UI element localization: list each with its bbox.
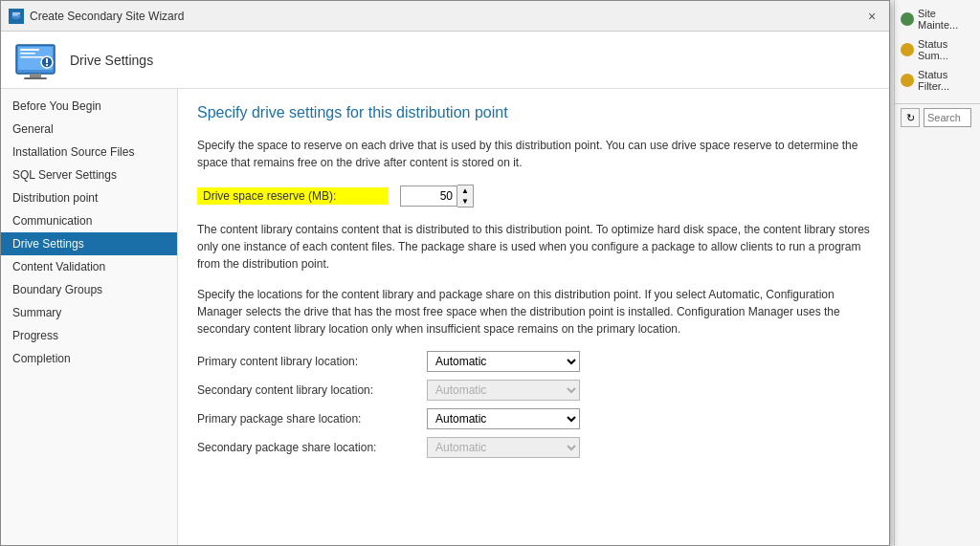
secondary-content-library-row: Secondary content library location: Auto…: [197, 380, 870, 401]
nav-before-you-begin[interactable]: Before You Begin: [1, 95, 177, 118]
nav-distribution-point[interactable]: Distribution point: [1, 186, 177, 209]
right-toolbar: ↻: [895, 103, 980, 131]
drive-space-spinner: ▲ ▼: [457, 185, 474, 207]
dialog-header-title: Drive Settings: [70, 53, 153, 68]
right-panel-items: Site Mainte... Status Sum... Status Filt…: [895, 4, 980, 96]
primary-package-share-label: Primary package share location:: [197, 412, 427, 426]
nav-sql-server-settings[interactable]: SQL Server Settings: [1, 164, 177, 186]
svg-rect-4: [12, 14, 18, 15]
secondary-package-share-select[interactable]: Automatic: [427, 437, 580, 458]
nav-general[interactable]: General: [1, 118, 177, 141]
nav-installation-source-files[interactable]: Installation Source Files: [1, 141, 177, 164]
left-nav: Before You Begin General Installation So…: [1, 89, 178, 545]
svg-rect-9: [20, 49, 39, 51]
main-dialog: Create Secondary Site Wizard × Drive Set…: [0, 0, 890, 546]
svg-rect-13: [46, 58, 48, 63]
nav-content-validation[interactable]: Content Validation: [1, 255, 177, 278]
svg-rect-2: [12, 19, 20, 20]
dialog-body: Before You Begin General Installation So…: [1, 89, 889, 545]
header-icon: [12, 37, 58, 83]
spinner-up-button[interactable]: ▲: [457, 186, 473, 196]
refresh-button[interactable]: ↻: [901, 108, 920, 127]
site-maintenance-item[interactable]: Site Mainte...: [895, 4, 980, 34]
location-table: Primary content library location: Automa…: [197, 351, 870, 458]
drive-space-label: Drive space reserve (MB):: [197, 187, 389, 205]
dialog-icon: [9, 9, 24, 24]
description-3: Specify the locations for the content li…: [197, 286, 870, 338]
dialog-header: Drive Settings: [1, 32, 889, 89]
search-input[interactable]: [924, 108, 971, 127]
secondary-content-library-label: Secondary content library location:: [197, 383, 427, 397]
svg-rect-11: [20, 56, 43, 58]
nav-progress[interactable]: Progress: [1, 324, 177, 347]
nav-boundary-groups[interactable]: Boundary Groups: [1, 278, 177, 301]
primary-package-share-select[interactable]: Automatic: [427, 408, 580, 429]
status-filter-label: Status Filter...: [918, 69, 974, 92]
dialog-title: Create Secondary Site Wizard: [30, 10, 184, 23]
primary-content-library-label: Primary content library location:: [197, 355, 427, 368]
status-summary-label: Status Sum...: [918, 38, 974, 61]
primary-package-share-row: Primary package share location: Automati…: [197, 408, 870, 429]
svg-rect-10: [20, 53, 35, 55]
primary-content-library-select[interactable]: Automatic: [427, 351, 580, 372]
svg-rect-14: [46, 64, 48, 66]
close-button[interactable]: ×: [862, 7, 881, 26]
drive-space-row: Drive space reserve (MB): 50 ▲ ▼: [197, 185, 870, 207]
right-panel: Site Mainte... Status Sum... Status Filt…: [894, 0, 980, 546]
svg-rect-8: [24, 77, 47, 79]
title-bar-left: Create Secondary Site Wizard: [9, 9, 184, 24]
status-filter-item[interactable]: Status Filter...: [895, 65, 980, 96]
drive-space-input[interactable]: 50: [400, 186, 457, 207]
status-summary-item[interactable]: Status Sum...: [895, 34, 980, 65]
status-summary-icon: [901, 43, 914, 56]
nav-communication[interactable]: Communication: [1, 209, 177, 232]
site-maintenance-label: Site Mainte...: [918, 8, 974, 31]
primary-content-library-row: Primary content library location: Automa…: [197, 351, 870, 372]
nav-summary[interactable]: Summary: [1, 301, 177, 324]
nav-drive-settings[interactable]: Drive Settings: [1, 232, 177, 255]
svg-rect-7: [30, 74, 41, 77]
secondary-package-share-row: Secondary package share location: Automa…: [197, 437, 870, 458]
status-filter-icon: [901, 74, 914, 87]
svg-rect-3: [12, 12, 20, 13]
nav-completion[interactable]: Completion: [1, 347, 177, 370]
secondary-package-share-label: Secondary package share location:: [197, 441, 427, 454]
title-bar: Create Secondary Site Wizard ×: [1, 1, 889, 32]
content-title: Specify drive settings for this distribu…: [197, 104, 870, 121]
spinner-down-button[interactable]: ▼: [457, 196, 473, 207]
secondary-content-library-select[interactable]: Automatic: [427, 380, 580, 401]
description-1: Specify the space to reserve on each dri…: [197, 137, 870, 171]
description-2: The content library contains content tha…: [197, 221, 870, 273]
site-maintenance-icon: [901, 12, 914, 26]
drive-space-input-wrapper: 50 ▲ ▼: [400, 185, 474, 207]
main-content: Specify drive settings for this distribu…: [178, 89, 889, 545]
